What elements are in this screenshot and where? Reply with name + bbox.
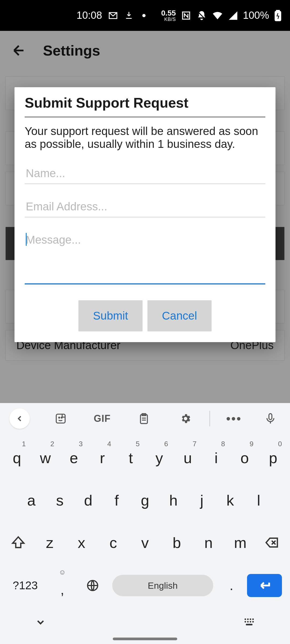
svg-point-6 xyxy=(59,417,60,418)
svg-rect-5 xyxy=(56,414,65,423)
keyboard-switch-icon[interactable] xyxy=(243,616,255,630)
key-h[interactable]: h xyxy=(160,480,187,520)
svg-point-16 xyxy=(250,619,251,620)
network-speed: 0.55 KB/S xyxy=(161,9,176,22)
key-n[interactable]: n xyxy=(194,522,223,563)
svg-point-18 xyxy=(245,621,246,623)
space-key[interactable]: English xyxy=(112,575,213,596)
key-w[interactable]: 2w xyxy=(32,438,59,478)
svg-point-21 xyxy=(252,621,254,623)
keyboard-collapse-button[interactable] xyxy=(8,403,32,434)
enter-key[interactable] xyxy=(247,574,282,597)
shift-key[interactable] xyxy=(4,522,33,563)
key-l[interactable]: l xyxy=(245,480,272,520)
sticker-icon[interactable] xyxy=(40,403,81,434)
key-y[interactable]: 6y xyxy=(146,438,172,478)
name-field[interactable] xyxy=(25,164,265,184)
key-u[interactable]: 7u xyxy=(175,438,201,478)
backspace-key[interactable] xyxy=(257,522,286,563)
key-z[interactable]: z xyxy=(35,522,64,563)
submit-button[interactable]: Submit xyxy=(78,300,143,331)
svg-point-20 xyxy=(250,621,251,623)
gif-button[interactable]: GIF xyxy=(81,403,123,434)
svg-point-7 xyxy=(61,417,62,418)
svg-point-17 xyxy=(252,619,254,620)
key-g[interactable]: g xyxy=(132,480,158,520)
svg-point-15 xyxy=(247,619,249,620)
key-c[interactable]: c xyxy=(99,522,128,563)
symbols-key[interactable]: ?123 xyxy=(4,565,47,606)
nfc-icon xyxy=(181,10,191,21)
soft-keyboard: GIF ••• 1q2w3e4r5t6y7u8i9o0p asdfghjkl z… xyxy=(0,403,290,644)
key-d[interactable]: d xyxy=(75,480,102,520)
key-q[interactable]: 1q xyxy=(4,438,30,478)
key-b[interactable]: b xyxy=(162,522,191,563)
battery-percent: 100% xyxy=(243,10,269,21)
key-e[interactable]: 3e xyxy=(61,438,87,478)
microphone-icon[interactable] xyxy=(258,403,282,434)
email-field[interactable] xyxy=(25,197,265,217)
key-r[interactable]: 4r xyxy=(89,438,115,478)
key-a[interactable]: a xyxy=(18,480,45,520)
key-k[interactable]: k xyxy=(217,480,243,520)
nav-bar xyxy=(0,606,290,640)
status-bar: 10:08 0.55 KB/S xyxy=(0,0,290,31)
dnd-icon xyxy=(196,10,207,21)
gesture-handle[interactable] xyxy=(113,638,177,640)
key-x[interactable]: x xyxy=(67,522,96,563)
comma-key[interactable]: ☺ , xyxy=(49,565,76,606)
signal-icon xyxy=(228,10,238,21)
key-o[interactable]: 9o xyxy=(231,438,258,478)
gmail-icon xyxy=(108,10,118,21)
key-f[interactable]: f xyxy=(103,480,130,520)
svg-rect-12 xyxy=(269,414,272,419)
key-t[interactable]: 5t xyxy=(118,438,144,478)
key-j[interactable]: j xyxy=(189,480,215,520)
download-icon xyxy=(124,11,134,20)
svg-rect-22 xyxy=(246,624,253,625)
cancel-button[interactable]: Cancel xyxy=(147,300,212,331)
modal-title: Submit Support Request xyxy=(25,95,265,117)
status-time: 10:08 xyxy=(77,10,102,21)
svg-rect-4 xyxy=(277,10,280,11)
battery-charging-icon xyxy=(274,10,282,21)
message-field[interactable] xyxy=(25,231,265,284)
svg-point-19 xyxy=(247,621,249,623)
keyboard-toolbar: GIF ••• xyxy=(0,403,290,434)
settings-gear-icon[interactable] xyxy=(165,403,206,434)
wifi-icon xyxy=(212,10,223,21)
support-request-modal: Submit Support Request Your support requ… xyxy=(15,87,276,342)
toolbar-divider xyxy=(209,411,210,426)
svg-point-14 xyxy=(245,619,246,620)
nav-collapse-icon[interactable] xyxy=(35,617,46,629)
modal-description: Your support request will be answered as… xyxy=(25,125,265,151)
more-icon[interactable]: ••• xyxy=(213,403,255,434)
key-s[interactable]: s xyxy=(47,480,73,520)
key-v[interactable]: v xyxy=(130,522,160,563)
clipboard-icon[interactable] xyxy=(123,403,165,434)
language-key[interactable] xyxy=(78,565,107,606)
emoji-hint-icon: ☺ xyxy=(59,568,66,576)
key-m[interactable]: m xyxy=(226,522,255,563)
period-key[interactable]: . xyxy=(218,565,245,606)
key-p[interactable]: 0p xyxy=(260,438,286,478)
key-i[interactable]: 8i xyxy=(203,438,229,478)
dot-icon xyxy=(142,14,146,17)
